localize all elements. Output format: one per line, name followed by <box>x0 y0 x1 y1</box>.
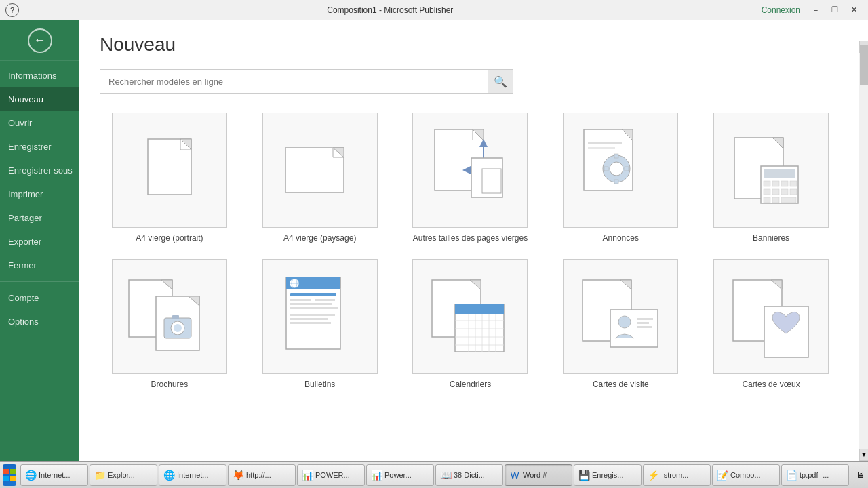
taskbar-compo[interactable]: 📝 Compo... <box>712 464 780 486</box>
svg-point-82 <box>618 316 631 328</box>
svg-rect-36 <box>772 189 779 195</box>
minimize-button[interactable]: − <box>807 3 825 17</box>
search-input[interactable] <box>100 71 488 92</box>
svg-rect-92 <box>10 476 16 481</box>
taskbar-powerpoint2[interactable]: 📊 Power... <box>366 464 434 486</box>
main-content: Nouveau 🔍 A4 vierge (portrait) <box>79 20 868 461</box>
scroll-thumb[interactable] <box>860 45 868 85</box>
sidebar-item-compte[interactable]: Compte <box>0 286 79 310</box>
template-thumb-cartes-visite <box>563 259 678 374</box>
template-calendriers[interactable]: Calendriers <box>401 256 540 392</box>
title-bar: ? Composition1 - Microsoft Publisher Con… <box>0 0 868 20</box>
sidebar-item-options[interactable]: Options <box>0 310 79 333</box>
sidebar-item-nouveau[interactable]: Nouveau <box>0 87 79 111</box>
template-label-bulletins: Bulletins <box>304 380 335 389</box>
template-bulletins[interactable]: Bulletins <box>250 256 390 392</box>
taskbar-dicts[interactable]: 📖 38 Dicti... <box>435 464 503 486</box>
svg-rect-24 <box>625 167 629 171</box>
sidebar-item-exporter[interactable]: Exporter <box>0 230 79 253</box>
tray-network-icon[interactable]: 🖥 <box>854 470 865 481</box>
template-grid: A4 vierge (portrait) A4 vierge (paysage) <box>100 110 848 392</box>
template-thumb-a4-paysage <box>262 113 378 228</box>
help-button[interactable]: ? <box>5 3 19 17</box>
svg-rect-34 <box>790 181 797 186</box>
svg-rect-63 <box>290 314 335 316</box>
template-thumb-cartes-voeux <box>713 259 829 374</box>
ie-icon: 🌐 <box>25 470 36 481</box>
taskbar-word[interactable]: W Word # <box>505 464 572 486</box>
sidebar-item-informations[interactable]: Informations <box>0 61 79 87</box>
taskbar-explorer[interactable]: 📁 Explor... <box>90 464 157 486</box>
template-cartes-voeux[interactable]: Cartes de vœux <box>701 256 841 392</box>
connexion-link[interactable]: Connexion <box>762 5 800 15</box>
template-a4-portrait[interactable]: A4 vierge (portrait) <box>100 110 239 245</box>
template-brochures[interactable]: Brochures <box>100 256 239 392</box>
scroll-down-button[interactable]: ▼ <box>859 449 868 461</box>
sidebar-item-enregistrer-sous[interactable]: Enregistrer sous <box>0 159 79 182</box>
template-label-annonces: Annonces <box>603 233 639 243</box>
sidebar-separator <box>0 281 79 282</box>
search-button[interactable]: 🔍 <box>488 70 513 93</box>
sidebar-item-enregistrer[interactable]: Enregistrer <box>0 135 79 159</box>
dict-icon: 📖 <box>440 470 451 481</box>
sidebar-item-fermer[interactable]: Fermer <box>0 253 79 277</box>
start-button[interactable] <box>3 464 16 486</box>
taskbar-internet1[interactable]: 🌐 Internet... <box>20 464 88 486</box>
svg-rect-49 <box>172 315 179 319</box>
template-label-brochures: Brochures <box>151 380 189 389</box>
taskbar-http[interactable]: 🦊 http://... <box>228 464 296 486</box>
window-title: Composition1 - Microsoft Publisher <box>19 5 762 15</box>
svg-rect-4 <box>285 148 344 192</box>
sidebar: ← Informations Nouveau Ouvrir Enregistre… <box>0 20 79 461</box>
svg-rect-40 <box>772 197 779 203</box>
template-label-a4-paysage: A4 vierge (paysage) <box>283 233 356 243</box>
sidebar-item-imprimer[interactable]: Imprimer <box>0 182 79 206</box>
svg-rect-64 <box>290 318 328 320</box>
template-a4-paysage[interactable]: A4 vierge (paysage) <box>250 110 390 245</box>
scrollbar[interactable]: ▲ ▼ <box>859 41 868 461</box>
svg-rect-83 <box>637 318 653 320</box>
tray-icons: 🖥 🔊 🔋 ⌨ <box>854 470 868 481</box>
svg-rect-62 <box>315 307 338 309</box>
search-bar: 🔍 <box>100 69 513 94</box>
svg-rect-33 <box>781 181 788 186</box>
svg-rect-69 <box>455 304 504 314</box>
svg-rect-85 <box>637 326 652 328</box>
template-label-cartes-voeux: Cartes de vœux <box>742 380 800 389</box>
svg-rect-21 <box>614 154 618 158</box>
svg-rect-61 <box>315 303 332 305</box>
template-thumb-a4-portrait <box>112 113 227 228</box>
taskbar-powerpoint1[interactable]: 📊 POWER... <box>297 464 365 486</box>
svg-rect-39 <box>764 197 770 203</box>
taskbar: 🌐 Internet... 📁 Explor... 🌐 Internet... … <box>0 461 868 488</box>
taskbar-internet2[interactable]: 🌐 Internet... <box>159 464 226 486</box>
svg-rect-0 <box>148 139 191 195</box>
app-container: ← Informations Nouveau Ouvrir Enregistre… <box>0 20 868 461</box>
template-thumb-annonces <box>563 113 678 228</box>
svg-rect-81 <box>610 310 658 347</box>
svg-rect-41 <box>781 197 796 203</box>
template-cartes-visite[interactable]: Cartes de visite <box>551 256 690 392</box>
restore-button[interactable]: ❐ <box>826 3 844 17</box>
template-bannieres[interactable]: Bannières <box>701 110 841 245</box>
template-annonces[interactable]: Annonces <box>551 110 690 245</box>
back-icon: ← <box>28 28 52 53</box>
sidebar-item-ouvrir[interactable]: Ouvrir <box>0 111 79 135</box>
save-icon: 💾 <box>578 470 589 481</box>
sidebar-back-button[interactable]: ← <box>0 20 79 61</box>
svg-rect-59 <box>290 307 319 309</box>
folder-icon: 📁 <box>94 470 105 481</box>
template-autres-tailles[interactable]: Autres tailles des pages vierges <box>401 110 540 245</box>
sidebar-item-partager[interactable]: Partager <box>0 206 79 230</box>
close-button[interactable]: ✕ <box>845 3 863 17</box>
taskbar-tray: 🖥 🔊 🔋 ⌨ FRA 11:30 <box>850 466 868 485</box>
taskbar-tppdf[interactable]: 📄 tp.pdf -... <box>781 464 849 486</box>
svg-rect-65 <box>290 322 331 324</box>
svg-rect-84 <box>637 322 649 324</box>
compo-icon: 📝 <box>717 470 728 481</box>
svg-rect-60 <box>315 299 335 301</box>
svg-rect-22 <box>614 180 618 184</box>
taskbar-enregistr[interactable]: 💾 Enregis... <box>574 464 642 486</box>
taskbar-strom[interactable]: ⚡ -strom... <box>643 464 711 486</box>
template-label-bannieres: Bannières <box>753 233 789 243</box>
